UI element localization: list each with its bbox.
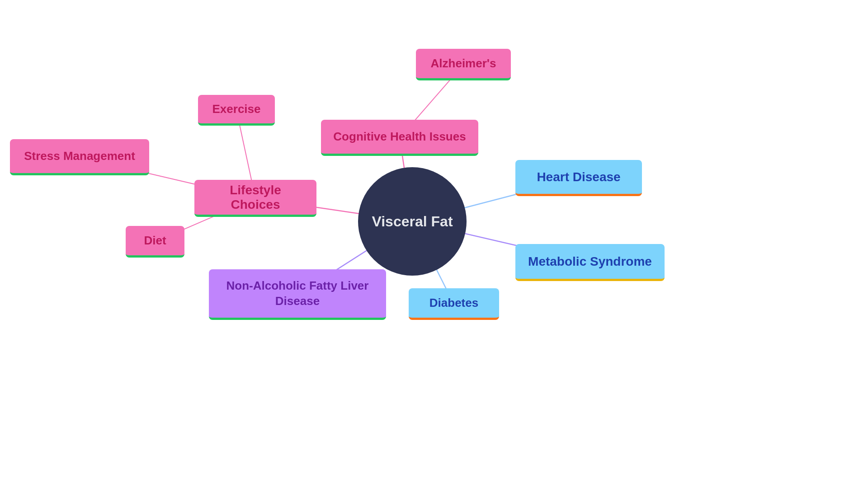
stress-label: Stress Management: [24, 149, 135, 163]
heart-label: Heart Disease: [537, 170, 620, 184]
center-label: Visceral Fat: [372, 213, 453, 230]
diabetes-label: Diabetes: [429, 296, 478, 310]
node-diabetes[interactable]: Diabetes: [409, 288, 499, 320]
center-node-visceral-fat: Visceral Fat: [358, 167, 467, 276]
cognitive-label: Cognitive Health Issues: [333, 130, 466, 144]
lifestyle-label: Lifestyle Choices: [205, 183, 306, 212]
nafld-label: Non-Alcoholic Fatty Liver Disease: [220, 278, 375, 309]
node-stress-management[interactable]: Stress Management: [10, 139, 149, 175]
node-exercise[interactable]: Exercise: [198, 95, 275, 126]
metabolic-label: Metabolic Syndrome: [528, 254, 652, 269]
exercise-label: Exercise: [212, 102, 261, 116]
node-lifestyle-choices[interactable]: Lifestyle Choices: [194, 180, 316, 217]
node-alzheimers[interactable]: Alzheimer's: [416, 49, 511, 80]
diet-label: Diet: [144, 234, 166, 248]
node-nafld[interactable]: Non-Alcoholic Fatty Liver Disease: [209, 269, 386, 320]
alzheimers-label: Alzheimer's: [431, 56, 496, 70]
node-cognitive-health[interactable]: Cognitive Health Issues: [321, 120, 478, 156]
node-metabolic-syndrome[interactable]: Metabolic Syndrome: [515, 244, 665, 281]
node-diet[interactable]: Diet: [126, 226, 184, 258]
node-heart-disease[interactable]: Heart Disease: [515, 160, 642, 196]
